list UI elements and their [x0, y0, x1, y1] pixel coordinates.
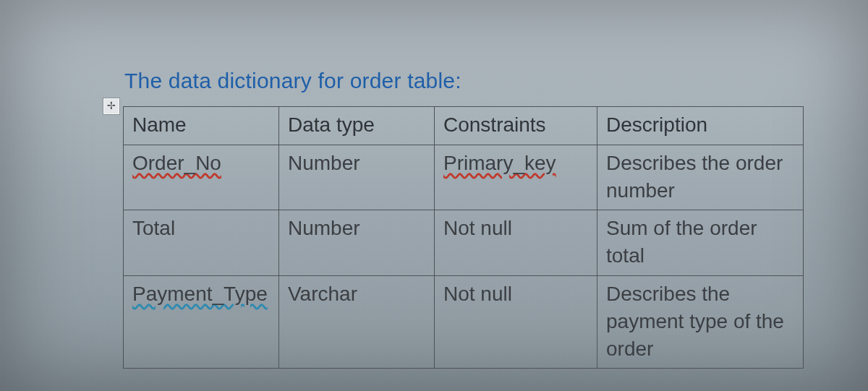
col-header-data-type: Data type: [279, 107, 435, 145]
cell-description: Describes the order number: [597, 145, 804, 210]
cell-constraints: Primary_key: [435, 145, 597, 210]
grammar-underline: Payment_Type: [132, 283, 268, 305]
table-header-row: Name Data type Constraints Description: [124, 107, 804, 145]
spellcheck-underline: Order_No: [132, 152, 221, 174]
page-title: The data dictionary for order table:: [124, 69, 803, 93]
table-anchor-icon[interactable]: ✢: [103, 98, 120, 115]
document-content: The data dictionary for order table: Nam…: [123, 69, 803, 369]
table-row: Payment_Type Varchar Not null Describes …: [124, 275, 804, 368]
col-header-description: Description: [597, 107, 804, 145]
cell-description: Describes the payment type of the order: [597, 275, 804, 368]
document-page: ✢ The data dictionary for order table: N…: [0, 0, 868, 391]
cell-name: Total: [124, 210, 279, 276]
cell-name: Payment_Type: [124, 275, 279, 368]
cell-constraints: Not null: [435, 275, 597, 368]
table-row: Order_No Number Primary_key Describes th…: [124, 145, 804, 210]
cell-description: Sum of the order total: [597, 210, 804, 276]
col-header-constraints: Constraints: [435, 107, 597, 145]
cell-constraints: Not null: [435, 210, 597, 276]
data-dictionary-table: Name Data type Constraints Description O…: [123, 106, 804, 369]
cell-data-type: Number: [279, 145, 435, 210]
col-header-name: Name: [124, 107, 279, 145]
spellcheck-underline: Primary_key: [443, 152, 556, 174]
cell-name: Order_No: [124, 145, 279, 210]
table-row: Total Number Not null Sum of the order t…: [124, 210, 804, 276]
cell-data-type: Number: [279, 210, 435, 276]
cell-data-type: Varchar: [279, 275, 435, 368]
